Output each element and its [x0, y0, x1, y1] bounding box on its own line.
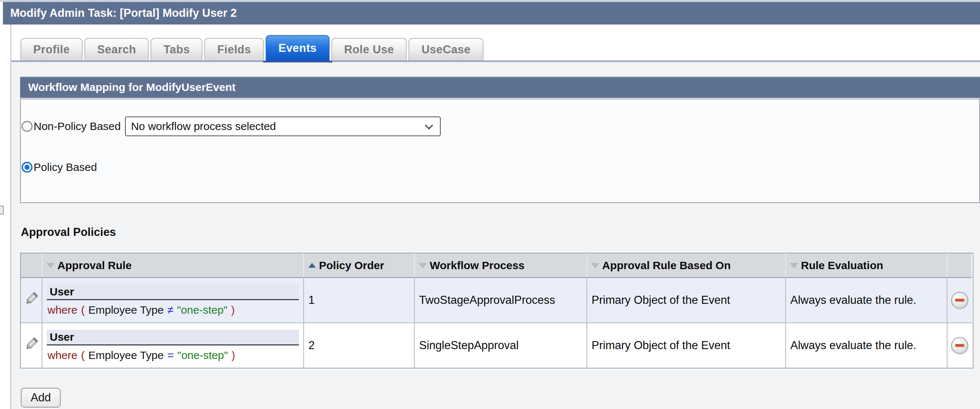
tab-fields[interactable]: Fields — [204, 38, 264, 60]
policy-radio-label: Policy Based — [33, 161, 97, 173]
remove-row-button[interactable] — [951, 337, 968, 354]
rule-close-paren: ) — [232, 349, 235, 361]
edge-fragment — [0, 206, 4, 214]
tab-role-use[interactable]: Role Use — [331, 38, 407, 60]
table-row-2-remove-cell — [948, 323, 972, 368]
sort-asc-icon — [309, 263, 316, 268]
add-button[interactable]: Add — [21, 388, 60, 407]
rule-operator: ≠ — [167, 304, 173, 316]
tab-bar: Profile Search Tabs Fields Events Role U… — [21, 35, 484, 60]
table-row-1-policy-order: 1 — [304, 278, 415, 323]
policy-radio[interactable] — [22, 162, 32, 173]
table-row-2-rule-cell: User where(Employee Type="one-step") — [42, 323, 304, 368]
tab-search[interactable]: Search — [84, 38, 149, 60]
policy-row: Policy Based — [22, 159, 97, 176]
rule-open-paren: ( — [81, 349, 85, 361]
rule-keyword: where — [48, 349, 78, 361]
table-row-1-based-on: Primary Object of the Event — [587, 278, 786, 323]
rule-expression: where(Employee Type="one-step") — [47, 349, 299, 361]
table-row-2-policy-order: 2 — [304, 323, 415, 368]
window-title: Modify Admin Task: [Portal] Modify User … — [10, 6, 237, 19]
table-row-2-based-on: Primary Object of the Event — [587, 323, 786, 368]
rule-close-paren: ) — [231, 304, 235, 316]
rule-operator: = — [167, 349, 174, 361]
rule-attribute: Employee Type — [88, 349, 164, 361]
col-header-workflow-process[interactable]: Workflow Process — [415, 254, 587, 278]
sort-desc-icon — [592, 263, 599, 268]
workflow-mapping-header: Workflow Mapping for ModifyUserEvent — [20, 77, 980, 98]
table-row-1-workflow-process: TwoStageApprovalProcess — [415, 278, 587, 323]
workflow-mapping-panel: Non-Policy Based No workflow process sel… — [20, 98, 980, 203]
sort-desc-icon — [419, 263, 426, 268]
minus-icon — [955, 344, 964, 347]
table-row-1-edit-cell — [21, 278, 42, 323]
rule-subject: User — [47, 284, 299, 300]
radio-dot — [24, 165, 30, 170]
tab-baseline-rule — [11, 60, 980, 62]
edit-pencil-icon[interactable] — [23, 336, 40, 355]
sort-desc-icon — [47, 263, 54, 268]
modify-admin-task-window: Modify Admin Task: [Portal] Modify User … — [0, 0, 980, 409]
chevron-down-icon — [425, 121, 433, 130]
col-header-edit — [21, 254, 42, 278]
col-header-rule-evaluation[interactable]: Rule Evaluation — [786, 254, 948, 278]
tab-tabs[interactable]: Tabs — [151, 38, 202, 60]
col-header-approval-rule[interactable]: Approval Rule — [42, 254, 304, 278]
table-row-1-evaluation: Always evaluate the rule. — [786, 278, 948, 323]
rule-value: "one-step" — [178, 349, 228, 361]
rule-open-paren: ( — [81, 304, 85, 316]
remove-row-button[interactable] — [951, 292, 968, 309]
col-header-approval-rule-based-on[interactable]: Approval Rule Based On — [587, 254, 786, 278]
approval-policies-heading: Approval Policies — [21, 226, 116, 239]
table-row-1-rule-cell: User where(Employee Type≠"one-step") — [42, 278, 304, 323]
rule-attribute: Employee Type — [88, 304, 164, 316]
col-header-policy-order[interactable]: Policy Order — [304, 254, 415, 278]
sort-desc-icon — [791, 263, 798, 268]
rule-expression: where(Employee Type≠"one-step") — [47, 304, 299, 316]
table-row-2-edit-cell — [21, 323, 42, 368]
minus-icon — [955, 299, 964, 302]
table-row-1-remove-cell — [948, 278, 972, 323]
rule-keyword: where — [48, 304, 78, 316]
non-policy-radio-label: Non-Policy Based — [33, 120, 121, 133]
edit-pencil-icon[interactable] — [23, 291, 40, 310]
col-header-remove — [948, 254, 972, 278]
title-bar: Modify Admin Task: [Portal] Modify User … — [3, 2, 980, 24]
non-policy-radio[interactable] — [22, 121, 32, 132]
rule-subject: User — [47, 330, 299, 346]
rule-value: "one-step" — [177, 304, 227, 316]
workflow-mapping-title: Workflow Mapping for ModifyUserEvent — [28, 81, 236, 93]
non-policy-row: Non-Policy Based No workflow process sel… — [22, 116, 441, 137]
table-row-2-evaluation: Always evaluate the rule. — [786, 323, 948, 368]
workflow-process-select-value: No workflow process selected — [131, 120, 276, 132]
tab-events[interactable]: Events — [266, 35, 329, 60]
tab-profile[interactable]: Profile — [21, 38, 83, 60]
approval-policies-table: Approval Rule Policy Order Workflow Proc… — [20, 253, 974, 368]
table-row-2-workflow-process: SingleStepApproval — [415, 323, 587, 368]
workflow-process-select[interactable]: No workflow process selected — [125, 116, 441, 136]
tab-usecase[interactable]: UseCase — [409, 38, 483, 60]
